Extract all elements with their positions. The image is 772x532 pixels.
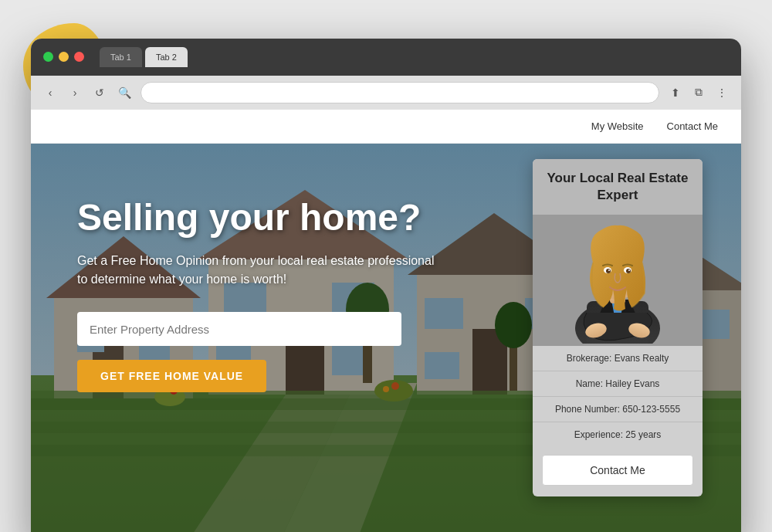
agent-card: Your Local Real Estate Expert (533, 159, 703, 496)
browser-tab-1[interactable]: Tab 1 (100, 47, 142, 67)
agent-phone: Phone Number: 650-123-5555 (533, 397, 703, 422)
agent-experience: Experience: 25 years (533, 422, 703, 447)
cta-button[interactable]: GET FREE HOME VALUE (77, 360, 266, 392)
refresh-button[interactable]: ↺ (91, 84, 108, 101)
menu-icon[interactable]: ⋮ (713, 84, 730, 101)
browser-titlebar: Tab 1 Tab 2 (31, 39, 741, 76)
hero-title: Selling your home? (77, 198, 440, 239)
contact-me-nav-link[interactable]: Contact Me (667, 120, 718, 132)
agent-brokerage: Brokerage: Evans Realty (533, 346, 703, 371)
address-input[interactable] (77, 312, 401, 346)
browser-tab-2[interactable]: Tab 2 (145, 47, 188, 67)
svg-point-53 (608, 269, 610, 271)
forward-button[interactable]: › (66, 84, 83, 101)
traffic-light-yellow[interactable] (59, 52, 69, 62)
toolbar-icons: ⬆ ⧉ ⋮ (667, 84, 730, 101)
traffic-light-green[interactable] (43, 52, 53, 62)
svg-point-52 (626, 269, 631, 273)
outer-wrapper: Tab 1 Tab 2 ‹ › ↺ 🔍 (15, 15, 757, 517)
browser-window: Tab 1 Tab 2 ‹ › ↺ 🔍 (31, 39, 741, 533)
agent-photo (564, 216, 672, 344)
traffic-light-red[interactable] (74, 52, 84, 62)
agent-name: Name: Hailey Evans (533, 371, 703, 397)
agent-card-info: Brokerage: Evans Realty Name: Hailey Eva… (533, 346, 703, 486)
search-icon[interactable]: 🔍 (116, 84, 133, 101)
share-icon[interactable]: ⬆ (667, 84, 684, 101)
hero-content: Selling your home? Get a Free Home Opini… (31, 144, 479, 393)
svg-point-51 (606, 269, 611, 273)
browser-tabs: Tab 1 Tab 2 (100, 47, 188, 67)
agent-card-header: Your Local Real Estate Expert (533, 159, 703, 215)
hero-subtitle: Get a Free Home Opinion from your local … (77, 252, 440, 289)
traffic-lights (43, 52, 84, 62)
site-nav: My Website Contact Me (31, 110, 741, 144)
svg-point-54 (628, 269, 630, 271)
agent-photo-area (533, 215, 703, 346)
my-website-link[interactable]: My Website (591, 120, 644, 132)
address-bar[interactable] (141, 82, 659, 103)
duplicate-icon[interactable]: ⧉ (690, 84, 707, 101)
hero-section: Selling your home? Get a Free Home Opini… (31, 144, 741, 533)
agent-contact-button[interactable]: Contact Me (542, 455, 693, 486)
browser-toolbar: ‹ › ↺ 🔍 ⬆ ⧉ ⋮ (31, 76, 741, 110)
back-button[interactable]: ‹ (42, 84, 59, 101)
